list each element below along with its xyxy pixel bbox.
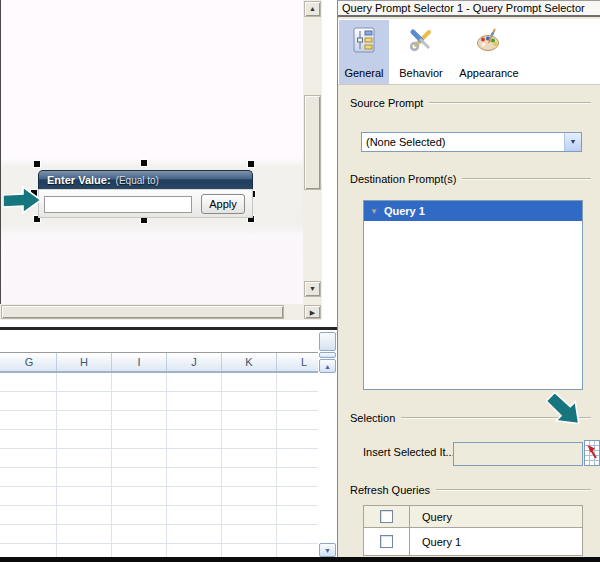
- group-refresh-queries: Refresh Queries: [350, 483, 591, 496]
- query-row-label: Query 1: [410, 536, 461, 548]
- bottom-edge-bar: [0, 557, 600, 562]
- tab-behavior[interactable]: Behavior: [391, 20, 451, 84]
- spreadsheet-grid[interactable]: [0, 373, 318, 557]
- item-expand-icon: ▼: [370, 207, 378, 216]
- tab-appearance-label: Appearance: [452, 67, 526, 79]
- general-icon: [349, 25, 379, 55]
- tab-general[interactable]: General: [339, 20, 389, 84]
- source-prompt-dropdown[interactable]: (None Selected) ▼: [361, 132, 582, 152]
- refresh-queries-label: Refresh Queries: [350, 484, 430, 496]
- table-row[interactable]: Query 1: [364, 528, 582, 555]
- scroll-down-icon: ▼: [324, 547, 331, 554]
- canvas-vertical-scroll-thumb[interactable]: [304, 95, 321, 190]
- scroll-up-icon: ▲: [309, 5, 316, 12]
- prompt-value-input[interactable]: [44, 196, 192, 213]
- insert-selected-items-label: Insert Selected It...: [363, 446, 455, 458]
- destination-prompts-list[interactable]: ▼ Query 1: [363, 200, 583, 390]
- column-header[interactable]: J: [167, 353, 222, 371]
- scrollbar-split-box[interactable]: [319, 352, 336, 358]
- scroll-down-button[interactable]: ▼: [304, 281, 321, 297]
- selection-handle-mid-left[interactable]: [31, 190, 37, 196]
- group-source-prompt: Source Prompt: [350, 96, 591, 109]
- column-header[interactable]: I: [112, 353, 167, 371]
- refresh-queries-table: Query Query 1: [363, 505, 583, 556]
- canvas-vertical-scrollbar[interactable]: ▲ ▼: [303, 0, 322, 304]
- query-column-header: Query: [410, 511, 452, 523]
- dashboard-canvas[interactable]: Enter Value: (Equal to) Apply: [0, 0, 303, 304]
- prompt-widget-header[interactable]: Enter Value: (Equal to): [38, 170, 253, 189]
- row-checkbox-cell: [364, 528, 410, 555]
- selection-handle-top-right[interactable]: [248, 161, 254, 167]
- group-selection: Selection: [350, 411, 591, 424]
- tab-behavior-label: Behavior: [391, 67, 451, 79]
- scroll-up-button[interactable]: ▲: [304, 1, 321, 17]
- chevron-down-icon: ▼: [570, 138, 577, 145]
- selection-handle-top-left[interactable]: [34, 161, 40, 167]
- annotation-arrow-left: [3, 185, 43, 216]
- group-rule: [429, 102, 591, 104]
- group-rule: [401, 417, 591, 419]
- source-prompt-label: Source Prompt: [350, 97, 423, 109]
- column-header[interactable]: H: [57, 353, 112, 371]
- spreadsheet-column-headers: G H I J K L: [0, 352, 318, 373]
- tab-appearance[interactable]: Appearance: [452, 20, 526, 84]
- prompt-widget-body: Apply: [38, 189, 253, 218]
- group-rule: [436, 489, 591, 491]
- designer-canvas-area: Enter Value: (Equal to) Apply ▲ ▼: [0, 0, 337, 330]
- spreadsheet-vertical-scrollbar[interactable]: ▲ ▼: [318, 330, 337, 557]
- spacer-row: [0, 320, 337, 327]
- source-prompt-value: (None Selected): [362, 136, 564, 148]
- list-item-query1[interactable]: ▼ Query 1: [364, 201, 582, 221]
- scrollbar-split-handle[interactable]: [319, 332, 336, 351]
- spreadsheet-top-row: [0, 330, 318, 352]
- properties-panel: Query Prompt Selector 1 - Query Prompt S…: [337, 0, 600, 562]
- destination-prompts-label: Destination Prompt(s): [350, 173, 456, 185]
- column-header[interactable]: K: [222, 353, 277, 371]
- app-window: Enter Value: (Equal to) Apply ▲ ▼: [0, 0, 600, 562]
- scroll-up-icon: ▲: [324, 363, 331, 370]
- cell-range-picker-button[interactable]: [584, 440, 600, 466]
- prompt-widget-operator: (Equal to): [116, 175, 159, 186]
- scroll-down-button[interactable]: ▼: [319, 543, 336, 557]
- column-header[interactable]: L: [277, 353, 318, 371]
- panel-tabstrip: General Behavior: [338, 19, 600, 85]
- group-destination-prompts: Destination Prompt(s): [350, 172, 591, 185]
- list-item-label: Query 1: [384, 205, 425, 217]
- scroll-right-icon: ▶: [310, 309, 315, 316]
- canvas-horizontal-scroll-thumb[interactable]: [1, 305, 284, 319]
- scroll-down-icon: ▼: [309, 285, 316, 292]
- scroll-right-button[interactable]: ▶: [304, 305, 321, 319]
- insert-selected-items-field[interactable]: [453, 442, 583, 466]
- canvas-horizontal-scrollbar[interactable]: ▶: [0, 304, 322, 320]
- select-all-cell: [364, 506, 410, 527]
- selection-handle-top-center[interactable]: [141, 160, 147, 166]
- group-rule: [462, 178, 591, 180]
- cell-range-picker-icon: [585, 441, 599, 465]
- behavior-icon: [406, 25, 436, 55]
- tab-general-label: General: [339, 67, 389, 79]
- appearance-icon: [474, 25, 504, 55]
- select-all-checkbox[interactable]: [380, 510, 393, 523]
- table-header-row: Query: [364, 506, 582, 528]
- query1-checkbox[interactable]: [380, 535, 393, 548]
- scroll-up-button[interactable]: ▲: [319, 359, 336, 373]
- column-header[interactable]: G: [2, 353, 57, 371]
- dropdown-button[interactable]: ▼: [564, 133, 581, 151]
- selection-label: Selection: [350, 412, 395, 424]
- apply-button[interactable]: Apply: [201, 194, 245, 214]
- panel-title: Query Prompt Selector 1 - Query Prompt S…: [338, 0, 600, 17]
- prompt-widget-title: Enter Value:: [47, 174, 111, 186]
